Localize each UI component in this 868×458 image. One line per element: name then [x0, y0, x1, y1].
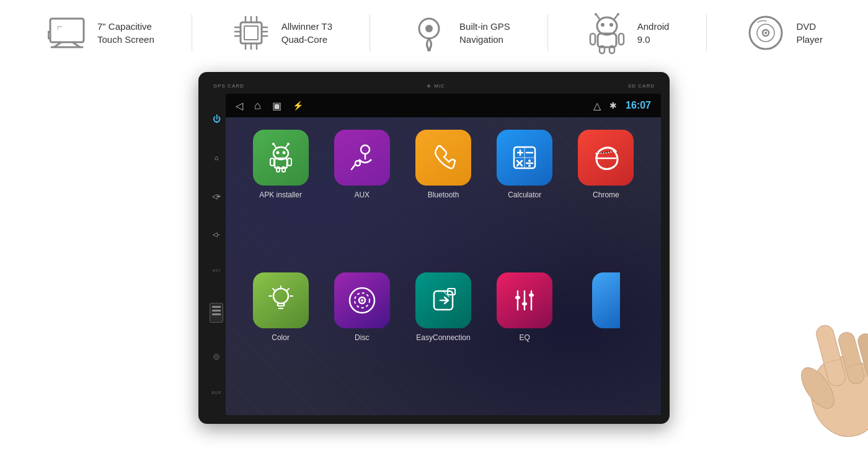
svg-point-23 — [425, 25, 433, 32]
nav-right-status: △ ✱ 16:07 — [593, 100, 651, 112]
feature-touchscreen-title: 7" Capacitive — [97, 21, 152, 32]
svg-rect-33 — [590, 34, 595, 45]
easyconnection-label: EasyConnection — [416, 333, 470, 342]
left-home-icon[interactable]: ⌂ — [215, 154, 219, 161]
app-color[interactable]: Color — [244, 272, 317, 403]
android-nav-bar: ◁ ⌂ ▣ ⚡ △ ✱ 16:07 — [226, 94, 661, 117]
svg-point-43 — [272, 143, 275, 145]
feature-gps-subtitle: Navigation — [459, 34, 503, 45]
car-stereo-device: GPS CARD MiC SD CARD ⏻ ⌂ ◁+ ◁- RST — [198, 72, 670, 424]
feature-touchscreen-subtitle: Touch Screen — [97, 34, 154, 45]
color-label: Color — [272, 333, 290, 342]
bluetooth-label: Bluetooth — [428, 191, 459, 199]
feature-touchscreen: 7" 7" Capacitive Touch Screen — [45, 11, 154, 55]
divider-3 — [547, 14, 548, 52]
feature-gps-title: Built-in GPS — [459, 21, 510, 32]
app-bluetooth[interactable]: Bluetooth — [407, 130, 479, 260]
device-wrapper: GPS CARD MiC SD CARD ⏻ ⌂ ◁+ ◁- RST — [0, 72, 868, 424]
gps-card-label: GPS CARD — [213, 83, 244, 89]
feature-processor-title: Allwinner T3 — [281, 21, 332, 32]
easyconnection-icon[interactable] — [415, 272, 471, 328]
svg-line-56 — [352, 164, 355, 169]
app-easyconnection[interactable]: EasyConnection — [407, 272, 479, 403]
screen[interactable]: ◁ ⌂ ▣ ⚡ △ ✱ 16:07 — [226, 94, 661, 415]
calculator-icon[interactable] — [497, 130, 552, 186]
vol-up-icon[interactable]: ◁+ — [212, 192, 221, 200]
system-time: 16:07 — [626, 100, 651, 111]
disc-label: Disc — [355, 333, 369, 342]
svg-line-26 — [596, 15, 600, 20]
svg-rect-91 — [529, 294, 534, 297]
svg-rect-95 — [856, 332, 868, 381]
usb-port — [210, 303, 223, 323]
feature-dvd: DVD Player — [744, 11, 823, 55]
divider-2 — [370, 14, 370, 52]
app-apk-installer[interactable]: APK installer — [244, 130, 317, 260]
svg-point-27 — [595, 13, 597, 16]
aux-port — [213, 354, 219, 360]
back-button[interactable]: ◁ — [236, 100, 243, 112]
color-icon[interactable] — [253, 272, 309, 328]
feature-gps: Built-in GPS Navigation — [407, 11, 510, 55]
eq-label: EQ — [520, 333, 530, 342]
recent-apps-button[interactable]: ▣ — [272, 100, 281, 112]
svg-rect-50 — [288, 158, 291, 166]
dvd-icon — [744, 11, 787, 55]
app-chrome[interactable]: Chrome — [570, 130, 642, 260]
chrome-icon[interactable] — [578, 130, 634, 186]
svg-point-24 — [427, 48, 431, 52]
svg-rect-0 — [50, 19, 84, 42]
app-calculator[interactable]: Calculator — [489, 130, 561, 260]
svg-point-66 — [528, 159, 531, 162]
aux-icon[interactable] — [334, 130, 390, 186]
vol-down-icon[interactable]: ◁- — [213, 231, 219, 238]
svg-line-44 — [285, 145, 288, 148]
svg-point-67 — [528, 164, 531, 167]
divider-4 — [706, 14, 707, 52]
sd-card-label: SD CARD — [628, 83, 655, 89]
feature-android-subtitle: 9.0 — [637, 34, 650, 45]
feature-dvd-subtitle: Player — [796, 34, 823, 45]
svg-rect-94 — [837, 331, 866, 386]
app-disc[interactable]: Disc — [326, 272, 398, 403]
apk-installer-label: APK installer — [259, 191, 302, 199]
svg-rect-90 — [522, 302, 527, 305]
svg-point-68 — [273, 289, 288, 303]
mic-label: MiC — [434, 83, 445, 89]
svg-rect-9 — [244, 26, 258, 40]
app-eq[interactable]: EQ — [489, 272, 561, 403]
feature-gps-text: Built-in GPS Navigation — [459, 20, 510, 46]
app-aux[interactable]: AUX — [326, 130, 398, 260]
monitor-icon: 7" — [45, 11, 89, 55]
feature-touchscreen-text: 7" Capacitive Touch Screen — [97, 20, 154, 46]
usb-status-icon: ⚡ — [293, 101, 303, 110]
apk-installer-icon[interactable] — [253, 130, 309, 186]
svg-point-46 — [276, 151, 279, 155]
feature-android-text: Android 9.0 — [637, 20, 670, 46]
chip-icon — [229, 11, 273, 55]
disc-icon[interactable] — [334, 272, 390, 328]
hand-overlay — [756, 256, 868, 442]
svg-line-42 — [274, 145, 277, 148]
svg-point-40 — [764, 32, 767, 34]
power-icon[interactable]: ⏻ — [213, 114, 221, 123]
svg-line-76 — [273, 289, 275, 290]
app-grid: APK installer — [226, 117, 661, 415]
app-partial[interactable] — [570, 272, 642, 403]
nav-left-buttons: ◁ ⌂ ▣ ⚡ — [236, 99, 303, 112]
mic-indicator — [427, 84, 430, 88]
media-icon: △ — [593, 100, 601, 112]
svg-line-74 — [287, 289, 289, 290]
svg-rect-49 — [270, 158, 274, 166]
bluetooth-icon[interactable] — [415, 130, 471, 186]
eq-icon[interactable] — [497, 272, 552, 328]
svg-point-29 — [617, 13, 619, 16]
svg-point-53 — [361, 145, 370, 154]
aux-label-text: AUX — [354, 191, 370, 199]
partial-app-icon — [592, 272, 620, 328]
svg-point-30 — [601, 23, 604, 27]
svg-rect-93 — [815, 323, 848, 388]
svg-point-45 — [287, 143, 290, 145]
home-button[interactable]: ⌂ — [254, 99, 261, 112]
svg-line-28 — [614, 15, 618, 20]
